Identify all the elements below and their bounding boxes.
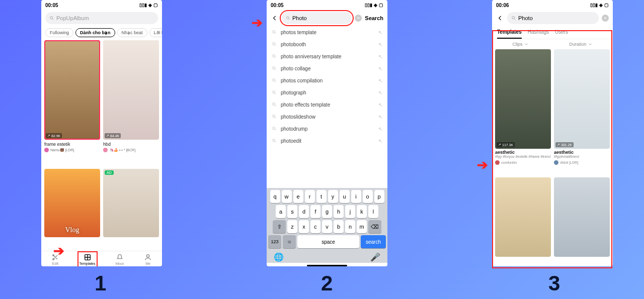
mic-icon[interactable]: 🎤 [370, 252, 380, 262]
result-card[interactable] [495, 177, 551, 266]
emoji-key[interactable]: ☺ [283, 235, 296, 248]
insert-icon[interactable]: ↖ [378, 114, 382, 120]
key-m[interactable]: m [357, 220, 367, 233]
template-thumb[interactable]: AD [103, 169, 159, 237]
key-y[interactable]: y [328, 190, 338, 203]
insert-icon[interactable]: ↖ [378, 66, 382, 71]
chip-beat[interactable]: Nhạc beat [117, 28, 147, 37]
suggestion-item[interactable]: photos template↖ [272, 26, 382, 38]
template-card[interactable]: AD [103, 169, 159, 251]
key-f[interactable]: f [310, 205, 320, 218]
suggestion-text: photoedit [281, 138, 374, 144]
arrow-icon: ➔ [53, 243, 64, 259]
tab-users[interactable]: Users [555, 26, 568, 39]
insert-icon[interactable]: ↖ [378, 30, 382, 35]
suggestion-item[interactable]: photo effects template↖ [272, 98, 382, 111]
clear-button[interactable]: × [602, 15, 609, 22]
key-n[interactable]: n [345, 220, 355, 233]
insert-icon[interactable]: ↖ [378, 138, 382, 144]
search-return-key[interactable]: search [361, 235, 386, 248]
key-c[interactable]: c [310, 220, 320, 233]
search-input[interactable] [282, 12, 352, 24]
result-card[interactable]: ↗ 117.3K aesthetic #fyp #foryou #estetik… [495, 49, 551, 174]
key-l[interactable]: l [368, 205, 378, 218]
key-q[interactable]: q [270, 190, 280, 203]
suggestion-item[interactable]: photos compilation↖ [272, 74, 382, 86]
chip-for-you[interactable]: Dành cho bạn [75, 28, 115, 37]
search-icon [272, 78, 277, 83]
suggestion-item[interactable]: photograph↖ [272, 86, 382, 98]
tab-me[interactable]: Me [144, 253, 152, 265]
back-button[interactable] [496, 14, 504, 22]
insert-icon[interactable]: ↖ [378, 90, 382, 95]
key-s[interactable]: s [287, 205, 297, 218]
insert-icon[interactable]: ↖ [378, 54, 382, 59]
insert-icon[interactable]: ↖ [378, 126, 382, 132]
insert-icon[interactable]: ↖ [378, 78, 382, 83]
template-card[interactable]: ↗ 82.9K frame estetik Namu🐻 [LDR] [44, 40, 100, 166]
key-p[interactable]: p [374, 190, 384, 203]
key-u[interactable]: u [340, 190, 350, 203]
result-thumb[interactable]: ↗ 117.3K [495, 49, 551, 149]
result-thumb[interactable]: ↗ 301.2K [554, 49, 610, 149]
template-thumb[interactable]: ↗ 82.9K [44, 40, 100, 140]
key-k[interactable]: k [357, 205, 367, 218]
template-card[interactable]: Vlog [44, 169, 100, 251]
suggestion-text: photos template [281, 30, 374, 35]
insert-icon[interactable]: ↖ [378, 42, 382, 47]
suggestion-item[interactable]: photodrump↖ [272, 123, 382, 135]
status-icons: ▯▯▮ ◈ ▢ [590, 3, 609, 8]
result-thumb[interactable] [495, 177, 551, 257]
tab-templates[interactable]: Templates [79, 253, 96, 265]
key-a[interactable]: a [276, 205, 286, 218]
key-d[interactable]: d [299, 205, 309, 218]
search-input[interactable]: PopUpAlbum [45, 12, 158, 24]
suggestion-item[interactable]: photoslideshow↖ [272, 111, 382, 123]
key-e[interactable]: e [293, 190, 303, 203]
suggestion-item[interactable]: photobooth↖ [272, 38, 382, 50]
chip-lyrics[interactable]: Lời bài [149, 28, 162, 37]
filter-duration[interactable]: Duration [569, 42, 592, 47]
key-b[interactable]: b [334, 220, 344, 233]
key-h[interactable]: h [334, 205, 344, 218]
search-input[interactable]: Photo [507, 12, 599, 24]
shift-key[interactable]: ⇧ [273, 220, 286, 233]
template-card[interactable]: ↗ 84.4K hbd 🦄🍰 • • * [BCR] [103, 40, 159, 166]
backspace-key[interactable]: ⌫ [368, 220, 381, 233]
search-icon [272, 42, 277, 47]
numbers-key[interactable]: 123 [268, 235, 281, 248]
filter-clips[interactable]: Clips [512, 42, 528, 47]
key-o[interactable]: o [363, 190, 373, 203]
search-text-field[interactable] [292, 15, 348, 21]
result-thumb[interactable] [554, 177, 610, 257]
clear-button[interactable]: × [355, 15, 362, 22]
globe-icon[interactable]: 🌐 [274, 252, 284, 262]
insert-icon[interactable]: ↖ [378, 102, 382, 108]
template-title: hbd [103, 142, 159, 147]
result-card[interactable] [554, 177, 610, 266]
key-w[interactable]: w [282, 190, 292, 203]
key-z[interactable]: z [287, 220, 297, 233]
tab-templates[interactable]: Templates [497, 26, 522, 39]
key-i[interactable]: i [351, 190, 361, 203]
suggestion-item[interactable]: photo collage↖ [272, 62, 382, 74]
tab-inbox[interactable]: Inbox [115, 253, 124, 265]
suggestion-item[interactable]: photo anniversary template↖ [272, 50, 382, 62]
key-x[interactable]: x [299, 220, 309, 233]
space-key[interactable]: space [297, 235, 359, 248]
key-t[interactable]: t [316, 190, 327, 203]
key-r[interactable]: r [305, 190, 315, 203]
search-action[interactable]: Search [365, 15, 383, 21]
template-thumb[interactable]: Vlog [44, 169, 100, 237]
search-icon [272, 138, 277, 143]
key-v[interactable]: v [322, 220, 332, 233]
back-button[interactable] [271, 14, 279, 22]
key-g[interactable]: g [322, 205, 332, 218]
suggestion-item[interactable]: photoedit↖ [272, 135, 382, 147]
tab-hashtags[interactable]: Hashtags [528, 26, 549, 39]
svg-point-12 [273, 67, 275, 69]
key-j[interactable]: j [345, 205, 355, 218]
chip-following[interactable]: Following [45, 28, 73, 37]
result-card[interactable]: ↗ 301.2K aesthetic #fyp#viral#trend dhin… [554, 49, 610, 174]
template-thumb[interactable]: ↗ 84.4K [103, 40, 159, 140]
